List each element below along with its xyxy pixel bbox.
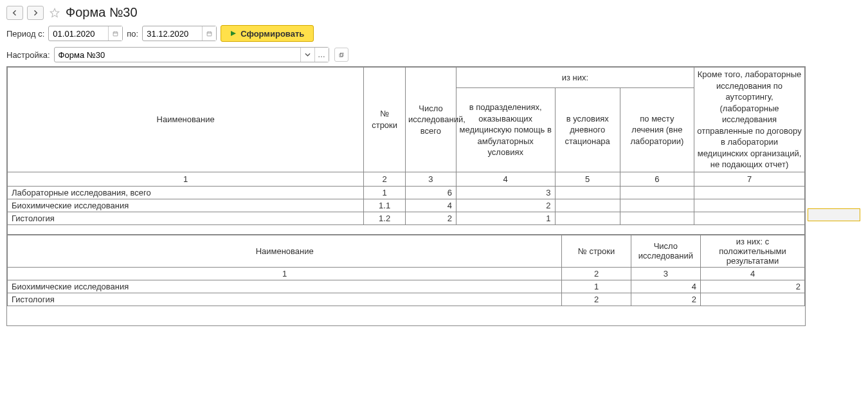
popout-icon bbox=[339, 51, 344, 59]
date-from-picker-button[interactable] bbox=[108, 26, 122, 41]
t2-index: 2 bbox=[562, 267, 631, 280]
calendar-icon bbox=[206, 30, 212, 38]
t2-head-positive: из них: с положительными результатами bbox=[701, 235, 805, 267]
table-row[interactable]: Гистология22 bbox=[8, 293, 805, 306]
table-row[interactable]: Гистология1.221 bbox=[8, 212, 805, 225]
table-cell[interactable]: 1 bbox=[562, 280, 631, 293]
settings-dropdown-button[interactable] bbox=[300, 48, 314, 62]
table-cell[interactable]: Гистология bbox=[8, 212, 364, 225]
table-cell[interactable]: 2 bbox=[456, 199, 555, 212]
table-cell[interactable]: 1.2 bbox=[364, 212, 406, 225]
t1-head-sub3: по месту лечения (вне лаборатории) bbox=[620, 87, 694, 172]
t1-head-name: Наименование bbox=[8, 68, 364, 172]
table-cell[interactable] bbox=[694, 187, 805, 199]
table-cell[interactable]: 1 bbox=[456, 212, 555, 225]
table-cell[interactable]: 6 bbox=[405, 187, 456, 199]
date-to-field bbox=[142, 26, 217, 41]
t1-index: 3 bbox=[405, 172, 456, 187]
table-cell[interactable]: Биохимические исследования bbox=[8, 199, 364, 212]
t1-head-total: Число исследований, всего bbox=[405, 68, 456, 172]
t1-index: 5 bbox=[555, 172, 620, 187]
t2-head-count: Число исследований bbox=[631, 235, 700, 267]
t1-index: 4 bbox=[456, 172, 555, 187]
star-icon bbox=[49, 7, 60, 19]
t1-index: 2 bbox=[364, 172, 406, 187]
t1-head-rowno: № строки bbox=[364, 68, 406, 172]
calendar-icon bbox=[113, 30, 118, 38]
table-cell[interactable]: 2 bbox=[562, 293, 631, 306]
t1-head-outsourcing: Кроме того, лабораторные исследования по… bbox=[694, 68, 805, 172]
table-cell[interactable]: Гистология bbox=[8, 293, 562, 306]
t1-index: 7 bbox=[694, 172, 805, 187]
table-cell[interactable]: 4 bbox=[631, 280, 700, 293]
selected-cell-highlight[interactable] bbox=[808, 208, 860, 221]
settings-select-button[interactable]: … bbox=[314, 48, 329, 62]
dots-icon: … bbox=[318, 50, 325, 59]
page-title: Форма №30 bbox=[66, 5, 138, 20]
table-cell[interactable] bbox=[694, 199, 805, 212]
table-cell[interactable]: 2 bbox=[701, 280, 805, 293]
table-cell[interactable]: 1 bbox=[364, 187, 406, 199]
table-cell[interactable] bbox=[620, 199, 694, 212]
report-bottom-pad bbox=[7, 306, 805, 325]
date-from-input[interactable] bbox=[49, 28, 108, 40]
play-icon bbox=[230, 30, 237, 37]
title-bar: Форма №30 bbox=[6, 5, 862, 20]
t2-head-rowno: № строки bbox=[562, 235, 631, 267]
arrow-right-icon bbox=[32, 9, 39, 17]
settings-input[interactable] bbox=[55, 49, 300, 61]
table-cell[interactable]: 2 bbox=[405, 212, 456, 225]
table-cell[interactable] bbox=[694, 212, 805, 225]
filter-row: Период с: по: Сформировать bbox=[6, 25, 862, 42]
generate-button[interactable]: Сформировать bbox=[221, 25, 314, 42]
table-cell[interactable] bbox=[620, 187, 694, 199]
t1-head-ofthem: из них: bbox=[456, 68, 694, 88]
svg-rect-9 bbox=[340, 53, 343, 56]
period-from-label: Период с: bbox=[6, 29, 44, 39]
favorite-star-button[interactable] bbox=[48, 6, 62, 20]
table-cell[interactable] bbox=[555, 199, 620, 212]
table-row[interactable]: Биохимические исследования142 bbox=[8, 280, 805, 293]
date-to-picker-button[interactable] bbox=[202, 26, 216, 41]
settings-row: Настройка: … bbox=[6, 47, 862, 62]
generate-button-label: Сформировать bbox=[240, 29, 304, 39]
table-spacer bbox=[7, 225, 805, 235]
settings-label: Настройка: bbox=[6, 50, 50, 60]
table-2: Наименование № строки Число исследований… bbox=[7, 235, 805, 306]
date-to-input[interactable] bbox=[143, 28, 202, 40]
t2-index: 3 bbox=[631, 267, 700, 280]
nav-back-button[interactable] bbox=[6, 6, 23, 20]
t2-index: 4 bbox=[701, 267, 805, 280]
chevron-down-icon bbox=[305, 53, 311, 57]
settings-popout-button[interactable] bbox=[334, 48, 348, 62]
t1-head-sub1: в подразделениях, оказывающих медицинску… bbox=[456, 87, 555, 172]
table-cell[interactable] bbox=[620, 212, 694, 225]
report-container: Наименование № строки Число исследований… bbox=[6, 66, 806, 326]
table-cell[interactable]: 3 bbox=[456, 187, 555, 199]
t2-index: 1 bbox=[8, 267, 562, 280]
settings-field: … bbox=[54, 47, 329, 62]
table-row[interactable]: Лабораторные исследования, всего163 bbox=[8, 187, 805, 199]
table-cell[interactable]: 2 bbox=[631, 293, 700, 306]
table-cell[interactable]: 1.1 bbox=[364, 199, 406, 212]
table-row[interactable]: Биохимические исследования1.142 bbox=[8, 199, 805, 212]
t1-index: 6 bbox=[620, 172, 694, 187]
svg-rect-0 bbox=[113, 32, 118, 35]
table-cell[interactable] bbox=[555, 212, 620, 225]
table-1: Наименование № строки Число исследований… bbox=[7, 67, 805, 225]
arrow-left-icon bbox=[11, 9, 19, 17]
table-cell[interactable]: 4 bbox=[405, 199, 456, 212]
period-to-label: по: bbox=[127, 29, 138, 39]
t2-head-name: Наименование bbox=[8, 235, 562, 267]
table-cell[interactable]: Лабораторные исследования, всего bbox=[8, 187, 364, 199]
table-cell[interactable] bbox=[555, 187, 620, 199]
svg-rect-8 bbox=[339, 53, 343, 57]
table-cell[interactable]: Биохимические исследования bbox=[8, 280, 562, 293]
t1-head-sub2: в условиях дневного стационара bbox=[555, 87, 620, 172]
table-cell[interactable] bbox=[701, 293, 805, 306]
nav-forward-button[interactable] bbox=[27, 6, 44, 20]
svg-rect-4 bbox=[207, 32, 212, 35]
date-from-field bbox=[48, 26, 123, 41]
t1-index: 1 bbox=[8, 172, 364, 187]
